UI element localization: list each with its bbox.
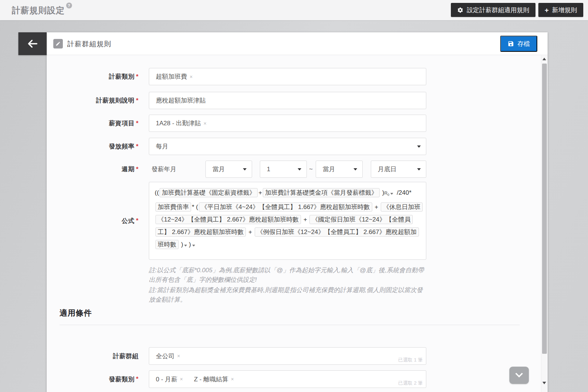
cycle-label: 週期* bbox=[47, 161, 139, 178]
pay-frequency-select[interactable]: 每月 bbox=[149, 138, 426, 155]
selected-tag: 1A28 - 出勤津貼× bbox=[156, 119, 207, 127]
chevron-down-icon bbox=[417, 145, 421, 148]
formula-variable-tag[interactable]: 加班費計算基礎《固定薪資標籤》 bbox=[159, 188, 258, 197]
set-group-rules-label: 設定計薪群組適用規則 bbox=[467, 6, 529, 14]
rule-edit-panel: 計薪群組規則 存檔 計薪類別* 超額加班費× 計薪規則說明* 應稅超額加班津貼 … bbox=[47, 32, 548, 392]
salary-item-row: 薪資項目* 1A28 - 出勤津貼× bbox=[47, 115, 426, 132]
formula-text: + bbox=[258, 189, 262, 196]
required-marker: * bbox=[136, 375, 139, 383]
note-line: 註:當計薪類別為超額獎金補充保費費基時,則週期是指公司補充保費的計算週期,個人則… bbox=[149, 285, 428, 305]
formula-notes: 註:以公式「底薪*0.005」為例,底薪變數請以「@」作為起始字元輸入,輸入「@… bbox=[149, 266, 428, 305]
remove-tag-icon[interactable]: × bbox=[231, 376, 234, 382]
required-marker: * bbox=[136, 166, 139, 173]
panel-title: 計薪群組規則 bbox=[67, 39, 111, 49]
remove-tag-icon[interactable]: × bbox=[190, 74, 193, 80]
remove-tag-icon[interactable]: × bbox=[204, 121, 207, 126]
pay-frequency-value: 每月 bbox=[156, 142, 168, 151]
chevron-down-icon bbox=[515, 370, 523, 378]
gear-icon bbox=[457, 7, 463, 13]
selected-tag: Z - 離職結算× bbox=[194, 375, 234, 384]
chevron-down-icon bbox=[417, 168, 421, 170]
formula-text: /240* bbox=[393, 189, 411, 196]
cycle-row: 週期* 發薪年月 當月 1 ~ 當月 月底日 bbox=[47, 161, 426, 178]
pay-type-label: 發薪類別* bbox=[47, 370, 139, 388]
scroll-up-arrow-icon[interactable] bbox=[542, 58, 546, 60]
formula-text: + bbox=[302, 216, 309, 223]
required-marker: * bbox=[136, 73, 139, 80]
page-title-text: 計薪規則設定 bbox=[12, 6, 65, 15]
formula-variable-tag[interactable]: 《平日加班《4~24》【全體員工】 1.667》應稅超額加班時數 bbox=[199, 202, 372, 212]
required-marker: * bbox=[136, 97, 139, 104]
required-marker: * bbox=[136, 120, 139, 127]
set-group-rules-button[interactable]: 設定計薪群組適用規則 bbox=[451, 3, 535, 17]
back-button[interactable] bbox=[18, 32, 47, 55]
pay-frequency-row: 發放頻率* 每月 bbox=[47, 138, 426, 155]
chevron-down-icon bbox=[354, 168, 357, 170]
save-button[interactable]: 存檔 bbox=[500, 36, 537, 52]
rounding-selector[interactable]: R0 bbox=[384, 191, 394, 196]
required-marker: * bbox=[136, 143, 139, 150]
selected-tag: 0 - 月薪× bbox=[156, 375, 183, 384]
formula-text: (( bbox=[155, 189, 159, 196]
formula-text: + bbox=[247, 229, 254, 235]
formula-label: 公式* bbox=[47, 182, 139, 260]
section-divider bbox=[60, 325, 520, 325]
cycle-prefix-label: 發薪年月 bbox=[151, 161, 176, 178]
cycle-start-day-select[interactable]: 1 bbox=[260, 161, 307, 178]
save-disk-icon bbox=[508, 40, 514, 47]
scroll-down-arrow-icon[interactable] bbox=[542, 382, 546, 384]
scrollbar-thumb[interactable] bbox=[542, 64, 547, 354]
pay-type-row: 發薪類別* 0 - 月薪×Z - 離職結算×已選取 2 筆 bbox=[47, 370, 426, 388]
formula-text: + bbox=[373, 204, 380, 211]
add-rule-label: 新增規則 bbox=[552, 6, 577, 14]
plus-icon: + bbox=[545, 7, 549, 14]
pay-category-label: 計薪類別* bbox=[47, 68, 139, 85]
formula-variable-tag[interactable]: 加班費倍率 bbox=[155, 202, 191, 212]
scroll-to-bottom-button[interactable] bbox=[509, 367, 529, 384]
remove-tag-icon[interactable]: × bbox=[180, 376, 183, 382]
salary-item-input[interactable]: 1A28 - 出勤津貼× bbox=[149, 115, 426, 132]
pay-group-row: 計薪群組 全公司×已選取 1 筆 bbox=[47, 347, 426, 365]
rule-description-row: 計薪規則說明* 應稅超額加班津貼 bbox=[47, 92, 426, 109]
cycle-end-day-select[interactable]: 月底日 bbox=[371, 161, 426, 178]
help-icon[interactable]: ? bbox=[66, 3, 72, 8]
selected-count: 已選取 2 筆 bbox=[398, 380, 423, 386]
pay-category-input[interactable]: 超額加班費× bbox=[149, 68, 426, 85]
save-button-label: 存檔 bbox=[517, 40, 530, 48]
vertical-scrollbar[interactable] bbox=[541, 55, 547, 392]
formula-text: ) bbox=[380, 189, 384, 196]
cycle-separator: ~ bbox=[309, 161, 313, 178]
rule-description-value: 應稅超額加班津貼 bbox=[156, 96, 206, 105]
remove-tag-icon[interactable]: × bbox=[177, 353, 180, 359]
cycle-end-month-select[interactable]: 當月 bbox=[316, 161, 363, 178]
pay-group-label: 計薪群組 bbox=[47, 347, 139, 365]
top-bar: 計薪規則設定? 設定計薪群組適用規則 + 新增規則 bbox=[0, 0, 588, 20]
formula-editor[interactable]: ((加班費計算基礎《固定薪資標籤》+加班費計算基礎獎金項《當月發薪標籤》 )R0… bbox=[149, 182, 426, 260]
pay-frequency-label: 發放頻率* bbox=[47, 138, 139, 155]
formula-variable-tag[interactable]: 加班費計算基礎獎金項《當月發薪標籤》 bbox=[263, 188, 380, 197]
formula-text: ) bbox=[179, 241, 183, 248]
note-line: 註:以公式「底薪*0.005」為例,底薪變數請以「@」作為起始字元輸入,輸入「@… bbox=[149, 266, 428, 285]
chevron-down-icon bbox=[298, 168, 301, 170]
formula-text: * ( bbox=[192, 204, 198, 211]
chevron-down-icon bbox=[243, 168, 247, 170]
selected-count: 已選取 1 筆 bbox=[398, 357, 423, 363]
back-arrow-icon bbox=[28, 39, 38, 48]
salary-item-label: 薪資項目* bbox=[47, 115, 139, 132]
rule-description-input[interactable]: 應稅超額加班津貼 bbox=[149, 92, 426, 109]
add-rule-button[interactable]: + 新增規則 bbox=[538, 3, 583, 17]
rounding-caret-icon[interactable] bbox=[192, 245, 195, 247]
cycle-start-month-select[interactable]: 當月 bbox=[205, 161, 252, 178]
panel-header: 計薪群組規則 存檔 bbox=[47, 32, 548, 55]
conditions-section-title: 適用條件 bbox=[60, 308, 92, 318]
pay-category-row: 計薪類別* 超額加班費× bbox=[47, 68, 426, 85]
edit-pencil-icon bbox=[53, 39, 63, 48]
pay-type-input[interactable]: 0 - 月薪×Z - 離職結算×已選取 2 筆 bbox=[149, 370, 426, 388]
required-marker: * bbox=[136, 217, 139, 224]
top-actions: 設定計薪群組適用規則 + 新增規則 bbox=[451, 3, 583, 17]
pay-group-input[interactable]: 全公司×已選取 1 筆 bbox=[149, 347, 426, 365]
selected-tag: 超額加班費× bbox=[156, 72, 193, 81]
rule-description-label: 計薪規則說明* bbox=[47, 92, 139, 109]
page-title: 計薪規則設定? bbox=[12, 5, 72, 16]
formula-text: ) bbox=[187, 241, 191, 248]
